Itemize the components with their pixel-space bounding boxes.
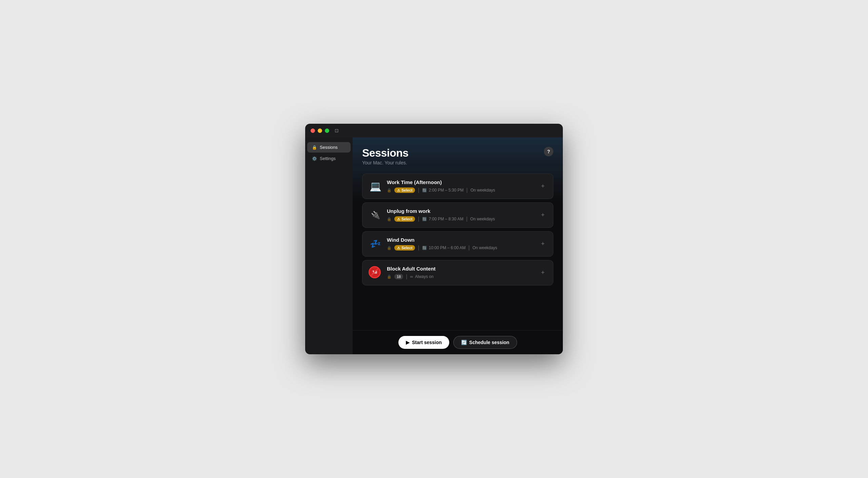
maximize-button[interactable] [325,128,329,133]
session-name: Work Time (Afternoon) [387,179,495,185]
repeat-icon: 🔄 [422,188,427,193]
help-button[interactable]: ? [544,147,553,156]
minimize-button[interactable] [318,128,322,133]
select-badge: Select [394,245,415,251]
schedule-session-button[interactable]: 🔄 Schedule session [453,336,517,349]
expand-button[interactable]: + [539,182,547,191]
gear-icon: ⚙️ [312,156,317,161]
repeat-icon: 🔄 [422,246,427,250]
sidebar-sessions-label: Sessions [320,145,338,150]
sidebar-item-settings[interactable]: ⚙️ Settings [307,153,351,164]
session-info: Block Adult Content 🔒 18 | ∞ Always on [387,266,436,280]
main-content: 🔒 Sessions ⚙️ Settings Sessions Your Mac… [305,137,563,354]
session-left: 💤 Wind Down 🔒 Select | 🔄 10:00 PM – [369,237,497,251]
lock-icon: 🔒 [387,275,392,279]
session-card-wind-down[interactable]: 💤 Wind Down 🔒 Select | 🔄 10:00 PM – [362,231,553,257]
session-meta: 🔒 Select | 🔄 10:00 PM – 6:00 AM | On wee… [387,245,497,251]
page-title: Sessions [362,147,409,159]
divider: | [466,187,468,193]
session-meta: 🔒 18 | ∞ Always on [387,274,436,280]
expand-button[interactable]: + [539,211,547,219]
session-schedule: On weekdays [470,217,495,221]
page-subtitle: Your Mac. Your rules. [362,160,409,165]
session-time: 🔄 10:00 PM – 6:00 AM [422,245,466,250]
lock-icon: 🔒 [387,217,392,221]
page-header: Sessions Your Mac. Your rules. ? [362,147,553,165]
session-meta: 🔒 Select | 🔄 2:00 PM – 5:30 PM | On week… [387,187,495,193]
session-left: 🔌 Unplug from work 🔒 Select | 🔄 7:00 [369,208,495,222]
repeat-icon: 🔄 [422,217,427,221]
sidebar-settings-label: Settings [320,156,336,161]
session-name: Wind Down [387,237,497,243]
session-schedule: On weekdays [472,245,497,250]
session-schedule: On weekdays [470,188,495,193]
session-name: Unplug from work [387,208,495,214]
divider: | [418,245,419,251]
divider: | [406,274,407,280]
traffic-lights [311,128,329,133]
expand-button[interactable]: + [539,269,547,277]
start-session-button[interactable]: ▶ Start session [398,336,449,349]
title-bar: ⊡ [305,124,563,137]
lock-icon: 🔒 [387,188,392,193]
session-info: Unplug from work 🔒 Select | 🔄 7:00 PM – … [387,208,495,222]
play-icon: ▶ [406,340,410,345]
divider: | [418,187,419,193]
start-session-label: Start session [412,340,442,345]
select-badge: Select [394,187,415,193]
plug-icon: 🔌 [369,211,382,220]
session-time: 🔄 2:00 PM – 5:30 PM [422,188,464,193]
window-icon: ⊡ [335,128,339,133]
select-badge: Select [394,216,415,222]
repeat-icon: 🔄 [461,340,467,345]
session-name: Block Adult Content [387,266,436,272]
expand-button[interactable]: + [539,240,547,248]
session-left: 18 Block Adult Content 🔒 18 | [369,266,436,280]
session-info: Work Time (Afternoon) 🔒 Select | 🔄 2:00 … [387,179,495,193]
app-window: ⊡ 🔒 Sessions ⚙️ Settings Sessions Your M… [305,124,563,354]
sessions-list: 💻 Work Time (Afternoon) 🔒 Select | 🔄 [362,174,553,285]
laptop-icon: 💻 [369,181,382,192]
lock-icon: 🔒 [387,246,392,250]
content-area: Sessions Your Mac. Your rules. ? 💻 Work … [353,137,563,354]
sidebar: 🔒 Sessions ⚙️ Settings [305,137,353,354]
page-title-group: Sessions Your Mac. Your rules. [362,147,409,165]
session-card-work-time[interactable]: 💻 Work Time (Afternoon) 🔒 Select | 🔄 [362,174,553,199]
session-card-block-adult[interactable]: 18 Block Adult Content 🔒 18 | [362,260,553,285]
age-badge: 18 [394,274,403,279]
infinity-icon: ∞ [410,274,413,279]
session-meta: 🔒 Select | 🔄 7:00 PM – 8:30 AM | On week… [387,216,495,222]
bottom-bar: ▶ Start session 🔄 Schedule session [353,330,563,354]
session-left: 💻 Work Time (Afternoon) 🔒 Select | 🔄 [369,179,495,193]
always-on-label: Always on [415,274,434,279]
moon-icon: 💤 [369,239,382,249]
divider: | [418,216,419,222]
adult-content-icon: 18 [369,266,382,280]
always-on-indicator: ∞ Always on [410,274,433,279]
schedule-session-label: Schedule session [469,340,509,345]
sidebar-item-sessions[interactable]: 🔒 Sessions [307,142,351,153]
session-card-unplug[interactable]: 🔌 Unplug from work 🔒 Select | 🔄 7:00 [362,202,553,228]
content-inner: Sessions Your Mac. Your rules. ? 💻 Work … [353,137,563,330]
close-button[interactable] [311,128,315,133]
divider: | [466,216,468,222]
lock-icon: 🔒 [312,145,317,150]
session-info: Wind Down 🔒 Select | 🔄 10:00 PM – 6:00 A… [387,237,497,251]
divider: | [468,245,470,251]
session-time: 🔄 7:00 PM – 8:30 AM [422,217,463,221]
